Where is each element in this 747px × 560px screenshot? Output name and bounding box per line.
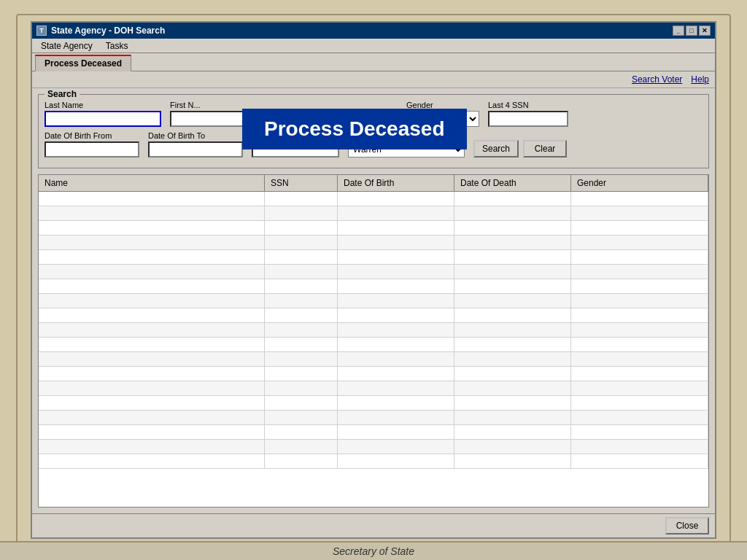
close-button[interactable]: Close	[665, 517, 709, 534]
top-links-bar: Search Voter Help	[32, 71, 715, 88]
dob-to-label: Date Of Birth To	[148, 131, 243, 140]
table-row[interactable]	[39, 396, 708, 411]
col-dod: Date Of Death	[454, 175, 571, 191]
table-row[interactable]	[39, 221, 708, 236]
county-field-group: County Warren	[348, 131, 465, 158]
table-row[interactable]	[39, 192, 708, 206]
tab-bar: Process Deceased	[32, 53, 715, 71]
dob-from-input[interactable]	[44, 141, 139, 158]
dob-from-field-group: Date Of Birth From	[44, 131, 139, 158]
col-name: Name	[39, 175, 265, 191]
main-window: T State Agency - DOH Search _ □ ✕ State …	[31, 21, 716, 539]
last4ssn-input[interactable]	[488, 111, 568, 127]
search-button[interactable]: Search	[473, 140, 519, 158]
search-group: Search Last Name First N...	[38, 94, 709, 168]
table-row[interactable]	[39, 206, 708, 221]
action-buttons: Search Clear	[473, 140, 567, 158]
county-label: County	[348, 131, 465, 140]
minimize-button[interactable]: _	[673, 26, 684, 36]
last4ssn-label: Last 4 SSN	[488, 101, 568, 109]
content-area: Search Last Name First N...	[32, 88, 715, 513]
col-gender: Gender	[571, 175, 708, 191]
dod-label: Date Of Death	[252, 131, 339, 140]
title-bar-left: T State Agency - DOH Search	[36, 26, 165, 36]
table-row[interactable]	[39, 352, 708, 367]
table-row[interactable]	[39, 425, 708, 440]
gender-select[interactable]: Male Female	[406, 111, 479, 127]
table-header: Name SSN Date Of Birth Date Of Death Gen…	[39, 175, 708, 192]
first-name-label: First N...	[170, 101, 272, 109]
window-title: State Agency - DOH Search	[51, 26, 165, 36]
middle-name-label	[281, 101, 398, 109]
search-voter-link[interactable]: Search Voter	[632, 74, 682, 85]
col-ssn: SSN	[265, 175, 338, 191]
window-close-button[interactable]: ✕	[699, 26, 711, 36]
table-row[interactable]	[39, 279, 708, 294]
last-name-field-group: Last Name	[44, 101, 161, 127]
middle-name-input[interactable]	[281, 111, 398, 127]
table-row[interactable]	[39, 454, 708, 469]
col-dob: Date Of Birth	[338, 175, 454, 191]
menu-tasks[interactable]: Tasks	[100, 40, 134, 52]
app-icon: T	[36, 26, 47, 36]
dob-to-field-group: Date Of Birth To	[148, 131, 243, 158]
table-row[interactable]	[39, 411, 708, 425]
middle-name-field-group	[281, 101, 398, 127]
table-row[interactable]	[39, 367, 708, 381]
table-body	[39, 192, 708, 507]
secretary-of-state-label: Secretary of State	[333, 545, 414, 557]
title-bar-controls: _ □ ✕	[673, 26, 711, 36]
dob-to-input[interactable]	[148, 141, 243, 158]
table-row[interactable]	[39, 338, 708, 352]
search-legend: Search	[44, 89, 80, 99]
table-row[interactable]	[39, 250, 708, 265]
last4ssn-field-group: Last 4 SSN	[488, 101, 568, 127]
last-name-label: Last Name	[44, 101, 161, 109]
clear-button[interactable]: Clear	[523, 140, 567, 158]
menu-state-agency[interactable]: State Agency	[35, 40, 98, 52]
dod-input[interactable]	[252, 141, 339, 158]
dod-field-group: Date Of Death	[252, 131, 339, 158]
table-row[interactable]	[39, 323, 708, 338]
help-link[interactable]: Help	[691, 74, 709, 85]
search-row-2: Date Of Birth From Date Of Birth To Date…	[44, 131, 703, 158]
table-row[interactable]	[39, 236, 708, 250]
table-row[interactable]	[39, 440, 708, 454]
results-table: Name SSN Date Of Birth Date Of Death Gen…	[38, 174, 709, 508]
first-name-input[interactable]	[170, 111, 272, 127]
menu-bar: State Agency Tasks	[32, 39, 715, 53]
bottom-bar: Secretary of State	[0, 541, 747, 560]
table-row[interactable]	[39, 381, 708, 396]
title-bar: T State Agency - DOH Search _ □ ✕	[32, 23, 715, 39]
first-name-field-group: First N...	[170, 101, 272, 127]
maximize-button[interactable]: □	[686, 26, 697, 36]
county-select[interactable]: Warren	[348, 141, 465, 158]
outer-frame: T State Agency - DOH Search _ □ ✕ State …	[16, 14, 731, 546]
gender-field-group: Gender Male Female	[406, 101, 479, 127]
table-row[interactable]	[39, 294, 708, 308]
last-name-input[interactable]	[44, 111, 161, 127]
search-row-1: Last Name First N... Gender	[44, 101, 703, 127]
footer-bar: Close	[32, 513, 715, 537]
table-row[interactable]	[39, 308, 708, 323]
tab-process-deceased[interactable]: Process Deceased	[35, 55, 131, 71]
gender-label: Gender	[406, 101, 479, 109]
dob-from-label: Date Of Birth From	[44, 131, 139, 140]
window-wrapper: T State Agency - DOH Search _ □ ✕ State …	[31, 21, 716, 539]
table-row[interactable]	[39, 265, 708, 279]
